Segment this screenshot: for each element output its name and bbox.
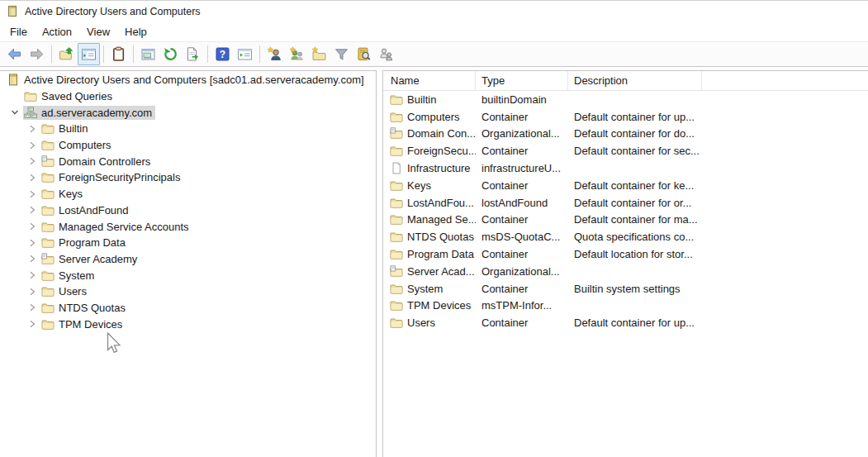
new-ou-button[interactable] (308, 43, 330, 65)
tree-item-foreignsecurityprincipals[interactable]: ForeignSecurityPrincipals (0, 169, 376, 186)
refresh-button[interactable] (159, 43, 182, 65)
folder-icon (41, 171, 55, 183)
chevron-right-icon[interactable] (23, 318, 40, 330)
list-cell-description: Builtin system settings (568, 283, 868, 295)
list-row-infrastructure[interactable]: InfrastructureinfrastructureU... (383, 159, 868, 177)
list-cell-description: Default container for do... (568, 127, 868, 140)
column-header-description[interactable]: Description (568, 71, 702, 90)
tree-item-domain-controllers[interactable]: Domain Controllers (0, 153, 376, 169)
tree-item-keys[interactable]: Keys (0, 186, 376, 202)
new-user-button[interactable] (263, 43, 286, 65)
tree-item-ntds-quotas[interactable]: NTDS Quotas (0, 300, 376, 317)
list-row-lostandfou[interactable]: LostAndFou...lostAndFoundDefault contain… (383, 194, 868, 212)
tree-item-builtin[interactable]: Builtin (0, 121, 376, 137)
toolbar-separator (133, 45, 134, 63)
list-cell-description: Default container for ke... (568, 179, 868, 192)
chevron-right-icon[interactable] (23, 253, 40, 264)
tree-item-system[interactable]: System (0, 267, 376, 283)
tree-item-content: Keys (40, 187, 86, 201)
aduc-window: Active Directory Users and Computers Fil… (0, 0, 868, 457)
menu-help[interactable]: Help (117, 23, 154, 40)
window-title: Active Directory Users and Computers (25, 6, 201, 17)
group-members-button[interactable] (375, 43, 397, 65)
list-row-computers[interactable]: ComputersContainerDefault container for … (383, 108, 868, 126)
list-row-program-data[interactable]: Program DataContainerDefault location fo… (383, 245, 868, 263)
list-cell-name: ForeignSecu... (383, 145, 476, 157)
folder-icon (24, 90, 37, 102)
tree-item-managed-service-accounts[interactable]: Managed Service Accounts (0, 218, 376, 235)
help-button[interactable]: ? (211, 43, 234, 65)
filter-button[interactable] (330, 43, 353, 65)
tree-item-active-directory-users-and-computers-sad[interactable]: Active Directory Users and Computers [sa… (0, 72, 376, 88)
menu-action[interactable]: Action (35, 23, 79, 40)
list-cell-type: Container (476, 248, 568, 260)
clipboard-button[interactable] (107, 43, 130, 65)
list-cell-name: Domain Con... (383, 127, 476, 140)
list-row-foreignsecu[interactable]: ForeignSecu...ContainerDefault container… (383, 142, 868, 159)
back-arrow-button[interactable] (3, 43, 26, 65)
tree-item-label: System (59, 269, 94, 282)
list-row-builtin[interactable]: BuiltinbuiltinDomain (383, 91, 868, 108)
column-header-name[interactable]: Name (383, 71, 476, 90)
list-cell-description: Quota specifications co... (568, 231, 868, 243)
list-row-system[interactable]: SystemContainerBuiltin system settings (383, 280, 868, 298)
tree-item-label: Domain Controllers (59, 155, 150, 168)
chevron-down-icon[interactable] (6, 107, 23, 118)
list-row-keys[interactable]: KeysContainerDefault container for ke... (383, 177, 868, 194)
properties-window-button[interactable] (137, 43, 159, 65)
chevron-right-icon[interactable] (23, 123, 40, 135)
tree-item-content: ForeignSecurityPrincipals (40, 170, 183, 184)
chevron-right-icon[interactable] (23, 221, 40, 232)
ou-icon (390, 127, 403, 140)
ou-icon (390, 265, 403, 278)
list-row-ntds-quotas[interactable]: NTDS QuotasmsDS-QuotaC...Quota specifica… (383, 228, 868, 245)
tree-item-content: Active Directory Users and Computers [sa… (6, 73, 368, 87)
list-cell-name: Managed Se... (383, 213, 476, 226)
menu-view[interactable]: View (79, 23, 117, 40)
chevron-right-icon[interactable] (23, 188, 40, 200)
toolbar-separator (259, 45, 260, 63)
find-button[interactable] (353, 43, 375, 65)
list-cell-name: Program Data (383, 248, 476, 260)
tree-item-label: ad.serveracademy.com (41, 107, 152, 119)
list-body: BuiltinbuiltinDomainComputersContainerDe… (383, 91, 868, 331)
column-header-type[interactable]: Type (476, 71, 568, 90)
folder-icon (41, 302, 55, 314)
list-row-domain-con[interactable]: Domain Con...Organizational...Default co… (383, 126, 868, 143)
list-row-users[interactable]: UsersContainerDefault container for up..… (383, 314, 868, 331)
chevron-right-icon[interactable] (23, 302, 40, 313)
tree-item-label: Keys (59, 188, 83, 200)
list-header: NameTypeDescription (383, 71, 868, 91)
list-cell-name: System (383, 283, 476, 295)
export-list-button[interactable] (182, 43, 204, 65)
tree-item-label: Managed Service Accounts (59, 221, 189, 233)
tree-item-server-academy[interactable]: Server Academy (0, 251, 376, 268)
window-list-button[interactable] (234, 43, 256, 65)
chevron-right-icon[interactable] (23, 140, 40, 151)
tree-item-saved-queries[interactable]: Saved Queries (0, 88, 376, 105)
list-row-tpm-devices[interactable]: TPM DevicesmsTPM-Infor... (383, 298, 868, 315)
tree-item-content: Server Academy (40, 252, 140, 266)
chevron-right-icon[interactable] (23, 172, 40, 183)
tree-item-tpm-devices[interactable]: TPM Devices (0, 316, 376, 332)
chevron-right-icon[interactable] (23, 155, 40, 167)
list-row-managed-se[interactable]: Managed Se...ContainerDefault container … (383, 212, 868, 229)
chevron-right-icon[interactable] (23, 237, 40, 249)
chevron-right-icon[interactable] (23, 269, 40, 281)
list-row-server-acad[interactable]: Server Acad...Organizational... (383, 263, 868, 280)
folder-up-button[interactable] (55, 43, 78, 65)
tree-item-program-data[interactable]: Program Data (0, 235, 376, 251)
list-cell-name: Users (383, 317, 476, 329)
tree-item-label: Active Directory Users and Computers [sa… (24, 74, 364, 86)
tree-item-ad-serveracademy-com[interactable]: ad.serveracademy.com (0, 104, 376, 121)
tree-item-computers[interactable]: Computers (0, 137, 376, 154)
chevron-right-icon[interactable] (23, 204, 40, 216)
chevron-right-icon[interactable] (23, 286, 40, 298)
console-tree-button[interactable] (78, 43, 100, 65)
tree-item-users[interactable]: Users (0, 283, 376, 300)
list-cell-type: Container (476, 111, 568, 123)
menu-file[interactable]: File (2, 23, 35, 40)
new-group-button[interactable] (286, 43, 308, 65)
tree-item-lostandfound[interactable]: LostAndFound (0, 202, 376, 219)
forward-arrow-button[interactable] (26, 43, 48, 65)
